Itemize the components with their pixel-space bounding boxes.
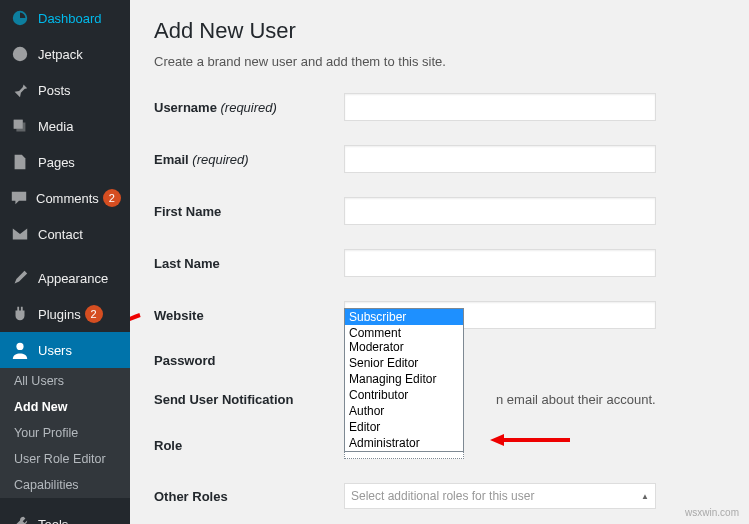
firstname-label: First Name (154, 204, 344, 219)
pin-icon (10, 80, 30, 100)
sidebar-label: Comments (36, 191, 99, 206)
website-label: Website (154, 308, 344, 323)
comments-badge: 2 (103, 189, 121, 207)
sidebar-label: Media (38, 119, 73, 134)
sidebar-label: Contact (38, 227, 83, 242)
annotation-arrow-left (130, 310, 150, 360)
svg-point-0 (13, 47, 27, 61)
media-icon (10, 116, 30, 136)
caret-icon: ▲ (641, 492, 649, 501)
role-option-administrator[interactable]: Administrator (345, 435, 463, 451)
submenu-all-users[interactable]: All Users (0, 368, 130, 394)
plugin-icon (10, 304, 30, 324)
sidebar-item-pages[interactable]: Pages (0, 144, 130, 180)
submenu-capabilities[interactable]: Capabilities (0, 472, 130, 498)
role-option-managing-editor[interactable]: Managing Editor (345, 371, 463, 387)
sidebar-item-appearance[interactable]: Appearance (0, 260, 130, 296)
sidebar-item-comments[interactable]: Comments 2 (0, 180, 130, 216)
sidebar-label: Appearance (38, 271, 108, 286)
email-label: Email (required) (154, 152, 344, 167)
jetpack-icon (10, 44, 30, 64)
dashboard-icon (10, 8, 30, 28)
page-subtitle: Create a brand new user and add them to … (154, 54, 725, 69)
page-icon (10, 152, 30, 172)
submenu-user-role-editor[interactable]: User Role Editor (0, 446, 130, 472)
username-input[interactable] (344, 93, 656, 121)
sidebar-item-users[interactable]: Users (0, 332, 130, 368)
username-label: Username (required) (154, 100, 344, 115)
sidebar-label: Dashboard (38, 11, 102, 26)
sidebar-label: Pages (38, 155, 75, 170)
notification-text: n email about their account. (496, 392, 656, 407)
comment-icon (10, 188, 28, 208)
sidebar-label: Plugins (38, 307, 81, 322)
row-lastname: Last Name (154, 249, 725, 277)
row-username: Username (required) (154, 93, 725, 121)
sidebar-label: Posts (38, 83, 71, 98)
submenu-your-profile[interactable]: Your Profile (0, 420, 130, 446)
sidebar-item-plugins[interactable]: Plugins 2 (0, 296, 130, 332)
role-dropdown-list: Subscriber Comment Moderator Senior Edit… (344, 308, 464, 452)
wrench-icon (10, 514, 30, 524)
role-option-subscriber[interactable]: Subscriber (345, 309, 463, 325)
sidebar-label: Jetpack (38, 47, 83, 62)
role-option-comment-moderator[interactable]: Comment Moderator (345, 325, 463, 355)
role-label: Role (154, 438, 344, 453)
user-icon (10, 340, 30, 360)
firstname-input[interactable] (344, 197, 656, 225)
role-option-editor[interactable]: Editor (345, 419, 463, 435)
row-firstname: First Name (154, 197, 725, 225)
svg-point-1 (16, 343, 23, 350)
row-email: Email (required) (154, 145, 725, 173)
sidebar-item-jetpack[interactable]: Jetpack (0, 36, 130, 72)
mail-icon (10, 224, 30, 244)
page-title: Add New User (154, 18, 725, 44)
sidebar-item-contact[interactable]: Contact (0, 216, 130, 252)
otherroles-placeholder: Select additional roles for this user (351, 489, 534, 503)
lastname-label: Last Name (154, 256, 344, 271)
otherroles-label: Other Roles (154, 489, 344, 504)
role-option-author[interactable]: Author (345, 403, 463, 419)
notification-label: Send User Notification (154, 392, 344, 407)
sidebar-item-dashboard[interactable]: Dashboard (0, 0, 130, 36)
sidebar-label: Tools (38, 517, 68, 525)
admin-sidebar: Dashboard Jetpack Posts Media Pages Comm… (0, 0, 130, 524)
role-option-contributor[interactable]: Contributor (345, 387, 463, 403)
sidebar-item-tools[interactable]: Tools (0, 506, 130, 524)
lastname-input[interactable] (344, 249, 656, 277)
role-option-senior-editor[interactable]: Senior Editor (345, 355, 463, 371)
sidebar-label: Users (38, 343, 72, 358)
submenu-add-new[interactable]: Add New (0, 394, 130, 420)
plugins-badge: 2 (85, 305, 103, 323)
password-label: Password (154, 353, 344, 368)
sidebar-item-media[interactable]: Media (0, 108, 130, 144)
email-input[interactable] (344, 145, 656, 173)
row-otherroles: Other Roles Select additional roles for … (154, 483, 725, 509)
sidebar-item-posts[interactable]: Posts (0, 72, 130, 108)
main-content: Add New User Create a brand new user and… (130, 0, 749, 524)
brush-icon (10, 268, 30, 288)
otherroles-select[interactable]: Select additional roles for this user ▲ (344, 483, 656, 509)
watermark: wsxwin.com (685, 507, 739, 518)
users-submenu: All Users Add New Your Profile User Role… (0, 368, 130, 498)
